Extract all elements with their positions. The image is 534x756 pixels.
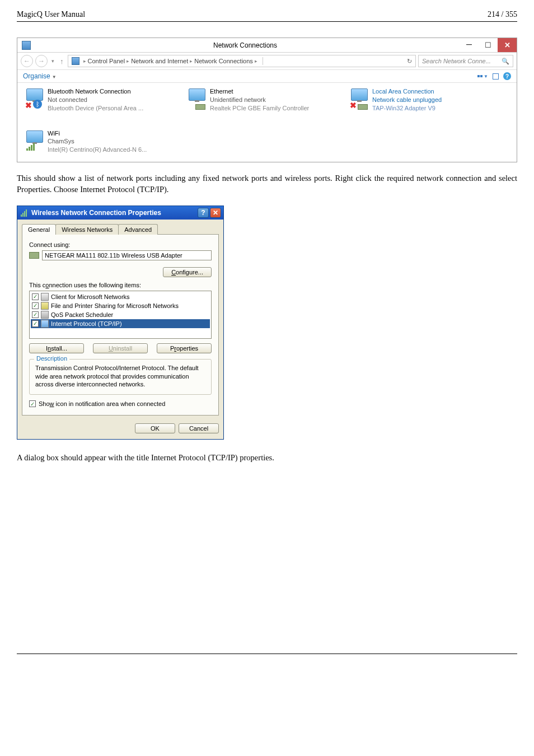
description-text: Transmission Control Protocol/Internet P…	[35, 364, 205, 389]
dialog-titlebar: Wireless Network Connection Properties ?…	[17, 206, 223, 220]
connection-wifi[interactable]: WiFi ChamSys Intel(R) Centrino(R) Advanc…	[25, 129, 165, 155]
checkbox-icon[interactable]: ✓	[32, 320, 39, 327]
items-listbox[interactable]: ✓ Client for Microsoft Networks ✓ File a…	[29, 291, 212, 339]
qos-icon	[41, 311, 49, 319]
network-icon	[26, 130, 43, 143]
conn-status: Unidentified network	[210, 96, 309, 104]
window-icon	[22, 41, 31, 50]
search-placeholder: Search Network Conne...	[422, 58, 491, 64]
cancel-button[interactable]: Cancel	[179, 423, 219, 433]
tab-panel-general: Connect using: NETGEAR MA111 802.11b Wir…	[22, 234, 219, 416]
description-title: Description	[34, 355, 69, 362]
breadcrumb-root[interactable]: Control Panel	[88, 58, 125, 64]
conn-name: Bluetooth Network Connection	[48, 87, 143, 96]
organise-menu[interactable]: Organise▼	[23, 72, 57, 80]
conn-name: WiFi	[48, 129, 147, 138]
conn-name: Local Area Connection	[372, 87, 442, 96]
ok-button[interactable]: OK	[135, 423, 175, 433]
header-rule	[17, 21, 517, 22]
page-number: 214 / 355	[488, 10, 517, 19]
help-button[interactable]: ?	[198, 208, 209, 218]
adapter-icon	[29, 252, 39, 259]
instruction-para-1: This should show a list of network ports…	[17, 172, 517, 195]
breadcrumb[interactable]: ▸ Control Panel ▸ Network and Internet ▸…	[68, 55, 416, 67]
network-icon	[351, 88, 368, 101]
chevron-right-icon: ▸	[83, 58, 86, 64]
item-label: Internet Protocol (TCP/IP)	[51, 320, 122, 327]
connection-ethernet[interactable]: Ethernet Unidentified network Realtek PC…	[188, 87, 327, 113]
tab-advanced[interactable]: Advanced	[118, 224, 158, 235]
share-icon	[41, 302, 49, 310]
tab-wireless[interactable]: Wireless Networks	[55, 224, 119, 235]
network-icon	[189, 88, 205, 101]
view-mode-button[interactable]: ▼	[477, 74, 488, 79]
chevron-down-icon: ▼	[484, 74, 488, 79]
conn-device: TAP-Win32 Adapter V9	[372, 104, 442, 113]
doc-title: MagicQ User Manual	[17, 10, 85, 19]
list-item[interactable]: ✓ File and Printer Sharing for Microsoft…	[31, 301, 210, 310]
disabled-x-icon: ✖	[25, 101, 33, 109]
list-item[interactable]: ✓ Client for Microsoft Networks	[31, 292, 210, 301]
conn-status: Not connected	[48, 96, 143, 104]
forward-button[interactable]: →	[35, 55, 48, 67]
list-item[interactable]: ✓ QoS Packet Scheduler	[31, 310, 210, 319]
checkbox-icon[interactable]: ✓	[32, 293, 39, 300]
tab-strip: General Wireless Networks Advanced	[22, 224, 219, 235]
network-connections-window: Network Connections – ☐ ✕ ← → ▾ ↑ ▸ Cont…	[17, 38, 517, 162]
adapter-field: NETGEAR MA111 802.11b Wireless USB Adapt…	[42, 250, 212, 260]
disabled-x-icon: ✖	[350, 101, 358, 109]
search-icon: 🔍	[502, 58, 509, 65]
chevron-right-icon: ▸	[190, 58, 193, 64]
nic-icon	[195, 104, 205, 110]
wifi-bars-icon	[26, 143, 35, 151]
win-titlebar: Network Connections – ☐ ✕	[17, 38, 517, 53]
show-icon-checkbox-row[interactable]: ✓ Show icon in notification area when co…	[29, 400, 212, 407]
breadcrumb-leaf[interactable]: Network Connections	[194, 58, 253, 64]
close-button[interactable]: ✕	[498, 38, 517, 52]
wireless-icon	[21, 209, 29, 217]
tcpip-icon	[41, 320, 49, 328]
checkbox-icon[interactable]: ✓	[29, 400, 36, 407]
breadcrumb-mid[interactable]: Network and Internet	[131, 58, 188, 64]
nic-icon	[358, 104, 368, 110]
preview-pane-button[interactable]	[493, 73, 499, 80]
uninstall-button[interactable]: Uninstall	[93, 343, 148, 353]
connection-lac[interactable]: ✖ Local Area Connection Network cable un…	[350, 87, 490, 113]
conn-status: ChamSys	[48, 137, 147, 146]
item-label: Client for Microsoft Networks	[51, 293, 130, 300]
back-button[interactable]: ←	[21, 55, 33, 67]
connections-list: ✖ ᛒ Bluetooth Network Connection Not con…	[17, 83, 517, 162]
maximize-button[interactable]: ☐	[479, 38, 498, 52]
wireless-properties-dialog: Wireless Network Connection Properties ?…	[17, 206, 224, 440]
conn-status: Network cable unplugged	[372, 96, 442, 104]
item-label: File and Printer Sharing for Microsoft N…	[51, 302, 179, 309]
minimize-button[interactable]: –	[460, 38, 479, 52]
conn-device: Intel(R) Centrino(R) Advanced-N 6...	[48, 146, 147, 154]
show-icon-label: Show icon in notification area when conn…	[39, 400, 165, 407]
checkbox-icon[interactable]: ✓	[32, 311, 39, 318]
help-icon[interactable]: ?	[503, 72, 511, 80]
items-label: This connection uses the following items…	[29, 282, 212, 288]
description-group: Description Transmission Control Protoco…	[29, 359, 212, 395]
connection-bluetooth[interactable]: ✖ ᛒ Bluetooth Network Connection Not con…	[25, 87, 165, 113]
properties-button[interactable]: Properties	[157, 343, 212, 353]
toolbar: Organise▼ ▼ ?	[17, 70, 517, 83]
install-button[interactable]: Install...	[29, 343, 84, 353]
window-title: Network Connections	[31, 41, 460, 49]
refresh-icon[interactable]: ↻	[402, 58, 412, 65]
close-button[interactable]: ✕	[210, 208, 221, 218]
history-dropdown-icon[interactable]: ▾	[51, 58, 54, 64]
configure-button[interactable]: Configure...	[163, 267, 212, 277]
item-label: QoS Packet Scheduler	[51, 311, 113, 318]
dialog-title: Wireless Network Connection Properties	[31, 209, 198, 217]
list-item-selected[interactable]: ✓ Internet Protocol (TCP/IP)	[31, 319, 210, 328]
tab-general[interactable]: General	[22, 224, 56, 235]
conn-device: Bluetooth Device (Personal Area ...	[48, 104, 143, 113]
chevron-down-icon: ▼	[52, 74, 57, 80]
checkbox-icon[interactable]: ✓	[32, 302, 39, 309]
conn-device: Realtek PCIe GBE Family Controller	[210, 104, 309, 113]
address-bar-row: ← → ▾ ↑ ▸ Control Panel ▸ Network and In…	[17, 53, 517, 70]
up-button[interactable]: ↑	[60, 57, 64, 66]
search-input[interactable]: Search Network Conne... 🔍	[418, 55, 513, 67]
conn-name: Ethernet	[210, 87, 309, 96]
